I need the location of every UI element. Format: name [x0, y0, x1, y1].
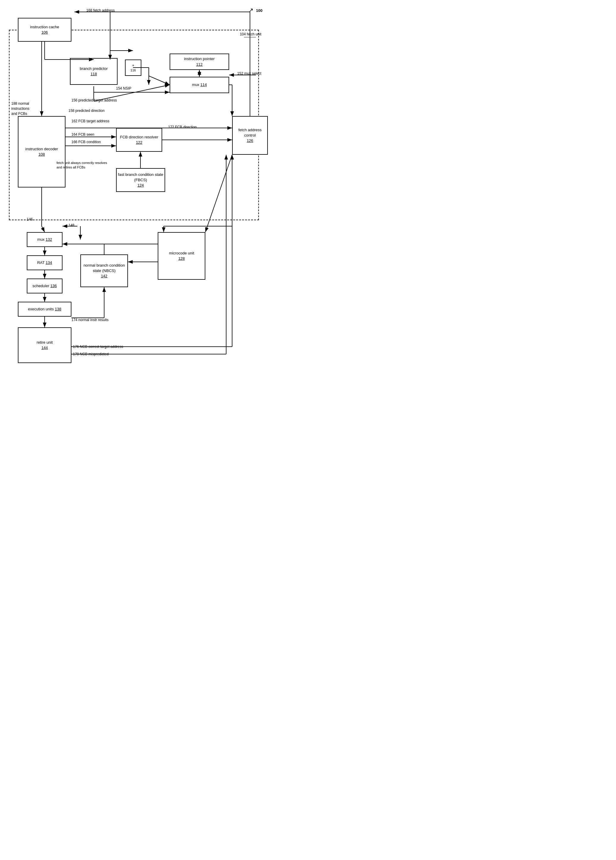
fetch-address-control-label: fetch address control — [233, 127, 267, 138]
nbcs-ref: 142 — [101, 273, 107, 279]
diagram: 100 ↗ 104 fetch unit instruction cache 1… — [0, 0, 274, 387]
adder-box: + 116 — [125, 60, 141, 76]
instruction-pointer-box: instruction pointer 112 — [170, 53, 229, 70]
instruction-decoder-box: instruction decoder 108 — [18, 116, 66, 187]
ncb-target-label: 176 NCB correct target address — [73, 345, 123, 349]
retire-unit-ref: 144 — [41, 345, 48, 350]
microcode-unit-box: microcode unit 128 — [158, 232, 205, 280]
fcb-target-label: 162 FCB target address — [71, 119, 109, 123]
nsip-label: 154 NSIP — [116, 86, 131, 91]
predicted-target-label: 156 predicted target address — [71, 98, 117, 102]
normal-results-label: 174 normal instr results — [71, 318, 108, 322]
nbcs-box: normal branch condition state (NBCS) 142 — [80, 254, 128, 287]
execution-units-label: execution units 138 — [28, 306, 61, 312]
mux132-box: mux 132 — [27, 232, 63, 247]
fetch-unit-resolves-label: fetch unit always correctly resolves and… — [57, 161, 107, 170]
fetch-address-control-box: fetch address control 126 — [232, 116, 268, 155]
rat-box: RAT 134 — [27, 255, 63, 270]
instruction-cache-ref: 106 — [41, 30, 48, 35]
retire-unit-label: retire unit — [36, 340, 53, 345]
fcb-seen-label: 164 FCB seen — [71, 132, 94, 137]
fbcs-ref: 124 — [137, 183, 144, 188]
adder-ref: 116 — [130, 68, 136, 72]
branch-predictor-ref: 118 — [91, 71, 97, 77]
fetch-address-label: 168 fetch address — [86, 8, 115, 13]
fbcs-label: fast branch condition state (FBCS) — [117, 172, 165, 183]
fetch-unit-label: 104 fetch unit — [240, 32, 261, 36]
ncb-mispredicted-label: 178 NCB mispredicted — [73, 352, 108, 356]
nbcs-label: normal branch condition state (NBCS) — [81, 263, 127, 273]
fcb-condition-label: 166 FCB condition — [71, 140, 101, 144]
instruction-cache-box: instruction cache 106 — [18, 18, 71, 42]
fcb-direction-label: 172 FCB direction — [168, 125, 197, 129]
scheduler-box: scheduler 136 — [27, 279, 63, 293]
instruction-pointer-ref: 112 — [196, 62, 203, 67]
predicted-direction-label: 158 predicted direction — [68, 108, 104, 113]
instruction-pointer-label: instruction pointer — [184, 56, 215, 61]
mux114-label: mux 114 — [192, 82, 207, 88]
rat-label: RAT 134 — [37, 260, 52, 265]
mux132-label: mux 132 — [37, 237, 52, 242]
line146-label: 146 — [27, 217, 33, 221]
scheduler-label: scheduler 136 — [33, 283, 57, 289]
fcb-direction-resolver-ref: 122 — [136, 140, 143, 145]
execution-units-box: execution units 138 — [18, 302, 71, 317]
fcb-direction-resolver-label: FCB direction resolver — [120, 135, 158, 140]
branch-predictor-label: branch predictor — [80, 66, 108, 71]
instruction-decoder-label: instruction decoder — [25, 146, 58, 152]
adder-label: + — [132, 63, 135, 68]
instruction-cache-label: instruction cache — [30, 24, 59, 30]
branch-predictor-box: branch predictor 118 — [70, 58, 118, 85]
fetch-address-control-ref: 126 — [247, 138, 253, 143]
mux-select-label: 152 mux select — [237, 71, 261, 75]
svg-line-23 — [42, 226, 45, 232]
fcb-direction-resolver-box: FCB direction resolver 122 — [116, 128, 162, 152]
mux114-box: mux 114 — [170, 77, 229, 93]
microcode-unit-label: microcode unit — [169, 251, 194, 256]
ref-100: 100 — [256, 8, 262, 13]
microcode-unit-ref: 128 — [178, 256, 185, 261]
normal-instr-label: 188 normalinstructionsand FCBs — [11, 101, 30, 116]
line148-label: 148 — [68, 223, 74, 228]
retire-unit-box: retire unit 144 — [18, 327, 71, 363]
instruction-decoder-ref: 108 — [38, 152, 45, 157]
ref-100-arrow: ↗ — [248, 6, 253, 14]
fbcs-box: fast branch condition state (FBCS) 124 — [116, 168, 165, 192]
